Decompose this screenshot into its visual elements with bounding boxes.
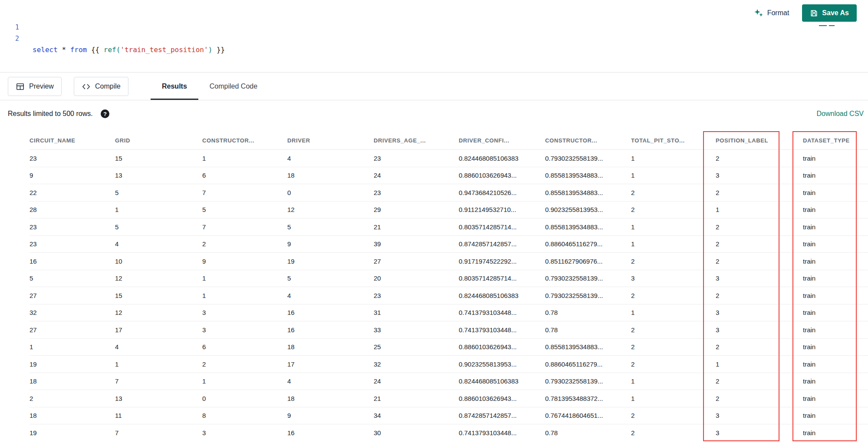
table-cell: 0	[287, 184, 374, 202]
table-cell: 2	[716, 235, 803, 253]
download-csv-link[interactable]: Download CSV	[817, 110, 864, 118]
table-cell: 19	[30, 356, 115, 373]
table-cell: 0.78	[545, 321, 631, 339]
table-cell: 17	[287, 356, 374, 373]
table-cell: 16	[287, 424, 374, 442]
preview-button[interactable]: Preview	[8, 77, 62, 96]
table-cell: 0.9473684210526...	[459, 184, 545, 202]
help-icon[interactable]: ?	[101, 109, 109, 118]
table-row: 913618240.8860103626943...0.855813953488…	[30, 167, 868, 184]
table-cell: 39	[374, 235, 459, 253]
table-cell: 24	[374, 373, 459, 390]
table-cell: 2	[716, 253, 803, 270]
table-cell: train	[803, 390, 868, 407]
table-cell: 0.8558139534883...	[545, 338, 631, 356]
table-cell: 1	[115, 356, 202, 373]
table-cell: 1	[631, 218, 716, 236]
table-cell: 0.8035714285714...	[459, 218, 545, 236]
table-cell: 1	[30, 338, 115, 356]
save-as-button[interactable]: Save As	[802, 4, 857, 22]
table-cell: 23	[374, 287, 459, 304]
table-cell: train	[803, 201, 868, 218]
table-cell: 1	[631, 235, 716, 253]
table-cell: train	[803, 356, 868, 373]
action-bar: Preview Compile Results Compiled Code	[0, 73, 868, 100]
table-cell: 3	[202, 304, 287, 321]
format-button[interactable]: Format	[754, 8, 789, 18]
table-cell: 4	[287, 150, 374, 167]
table-cell: 31	[374, 304, 459, 321]
code-line-1[interactable]: select * from {{ ref('train_test_positio…	[33, 44, 855, 56]
table-cell: 9	[287, 407, 374, 424]
table-cell: 2	[30, 390, 115, 407]
table-cell: 1	[716, 201, 803, 218]
column-header: DRIVER	[287, 131, 374, 150]
table-cell: 0.8558139534883...	[545, 184, 631, 202]
table-cell: 5	[115, 184, 202, 202]
table-cell: 23	[374, 150, 459, 167]
table-cell: train	[803, 150, 868, 167]
table-cell: 2	[631, 201, 716, 218]
table-icon	[16, 82, 25, 91]
table-cell: 0.8860465116279...	[545, 356, 631, 373]
table-cell: 2	[716, 338, 803, 356]
column-header: CONSTRUCTOR...	[202, 131, 287, 150]
editor-actions: Format Save As	[754, 3, 857, 23]
column-header: POSITION_LABEL	[716, 131, 803, 150]
column-header: DRIVER_CONFI...	[459, 131, 545, 150]
sparkles-icon	[754, 8, 763, 18]
results-table: CIRCUIT_NAMEGRIDCONSTRUCTOR...DRIVERDRIV…	[30, 131, 868, 441]
table-cell: 1	[631, 304, 716, 321]
table-cell: 0.7930232558139...	[545, 270, 631, 287]
table-cell: 0.7813953488372...	[545, 390, 631, 407]
jinja-open-braces: {{	[91, 46, 99, 54]
table-cell: train	[803, 338, 868, 356]
tab-results-label: Results	[162, 83, 187, 90]
table-cell: 2	[631, 338, 716, 356]
table-cell: 1	[202, 373, 287, 390]
table-cell: 21	[374, 218, 459, 236]
table-cell: 0.824468085106383	[459, 287, 545, 304]
line-number: 2	[0, 33, 19, 44]
table-cell: 3	[716, 407, 803, 424]
table-cell: 12	[115, 270, 202, 287]
dbt-ide-window: 1 2 select * from {{ ref('train_test_pos…	[0, 0, 868, 443]
truncated-tooltip-artifact	[819, 23, 837, 28]
table-cell: train	[803, 167, 868, 184]
line-number-gutter: 1 2	[0, 22, 19, 44]
table-cell: 4	[287, 287, 374, 304]
table-cell: 5	[202, 201, 287, 218]
tab-results[interactable]: Results	[151, 73, 198, 100]
sql-operator: *	[62, 46, 66, 54]
table-cell: 1	[631, 373, 716, 390]
table-cell: 2	[631, 287, 716, 304]
table-cell: 3	[716, 424, 803, 442]
table-row: 181189340.8742857142857...0.767441860465…	[30, 407, 868, 424]
table-cell: 18	[287, 167, 374, 184]
compile-label: Compile	[95, 83, 121, 90]
table-row: 197316300.7413793103448...0.7823train	[30, 424, 868, 442]
save-as-label: Save As	[822, 9, 849, 17]
table-cell: 18	[30, 407, 115, 424]
table-cell: 4	[115, 338, 202, 356]
table-cell: 0.7413793103448...	[459, 424, 545, 442]
table-cell: 19	[30, 424, 115, 442]
compile-button[interactable]: Compile	[74, 77, 128, 96]
table-row: 213018210.8860103626943...0.781395348837…	[30, 390, 868, 407]
table-cell: 23	[30, 218, 115, 236]
table-cell: 29	[374, 201, 459, 218]
results-limit-text: Results limited to 500 rows.	[8, 110, 93, 118]
table-row: 191217320.9023255813953...0.886046511627…	[30, 356, 868, 373]
table-cell: 1	[202, 270, 287, 287]
table-cell: 16	[287, 321, 374, 339]
table-cell: 0.8558139534883...	[545, 218, 631, 236]
table-cell: 0.78	[545, 424, 631, 442]
table-row: 22570230.9473684210526...0.8558139534883…	[30, 184, 868, 202]
table-cell: 17	[115, 321, 202, 339]
table-cell: 30	[374, 424, 459, 442]
table-cell: 1	[631, 167, 716, 184]
tab-compiled-code[interactable]: Compiled Code	[198, 73, 269, 100]
table-cell: 2	[202, 235, 287, 253]
table-cell: 27	[374, 253, 459, 270]
table-cell: 0.9112149532710...	[459, 201, 545, 218]
